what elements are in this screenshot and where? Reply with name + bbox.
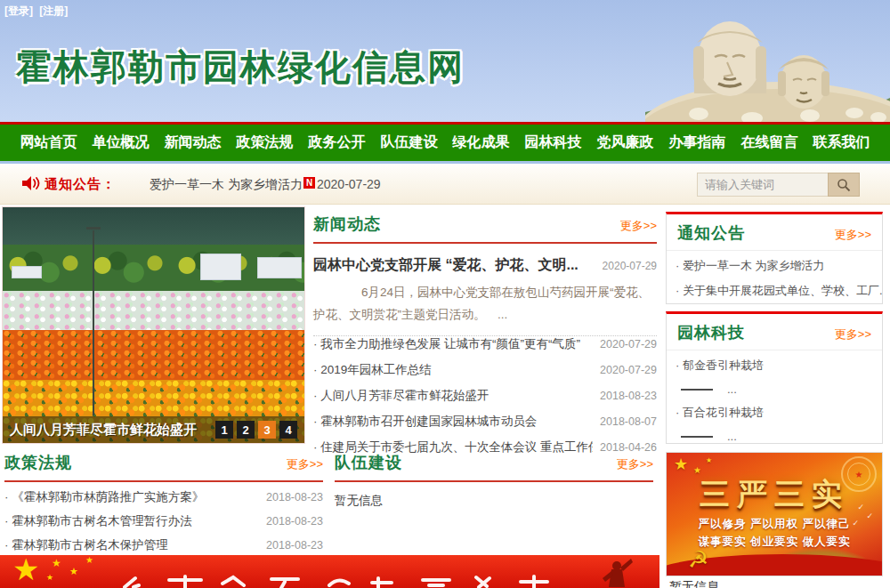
search-button[interactable]	[828, 173, 860, 197]
policy-item-title[interactable]: 《霍林郭勒市林荫路推广实施方案》	[4, 489, 259, 505]
garden-tech-item[interactable]: 郁金香引种栽培	[667, 350, 882, 375]
policy-item-title[interactable]: 霍林郭勒市古树名木管理暂行办法	[4, 513, 259, 529]
featured-news: 园林中心党支部开展 “爱花、护花、文明... 2020-07-29	[313, 256, 657, 275]
nav-item-gov-open[interactable]: 政务公开	[309, 133, 366, 152]
author-dash-line	[681, 389, 713, 391]
carousel-caption-bar: 人间八月芳菲尽霍市鲜花始盛开 1 2 3 4	[3, 416, 304, 443]
account-links: [登录] [注册]	[4, 4, 71, 19]
team-section: 队伍建设 更多>> 暂无信息	[335, 452, 653, 509]
photo-carousel[interactable]: 人间八月芳菲尽霍市鲜花始盛开 1 2 3 4	[2, 206, 305, 444]
login-link[interactable]: [登录]	[4, 4, 33, 17]
policies-section: 政策法规 更多>> 《霍林郭勒市林荫路推广实施方案》 2018-08-23 霍林…	[4, 452, 323, 560]
team-more-link[interactable]: 更多>>	[617, 456, 653, 472]
garden-tech-box: 园林科技 更多>> 郁金香引种栽培 ... 百合花引种栽培 ...	[666, 311, 883, 444]
author-dash-line	[681, 436, 713, 438]
team-section-title: 队伍建设	[335, 452, 402, 473]
garden-tech-item[interactable]: 百合花引种栽培	[667, 398, 882, 423]
team-section-header: 队伍建设 更多>>	[335, 452, 653, 482]
garden-tech-header: 园林科技 更多>>	[667, 314, 882, 350]
featured-news-date: 2020-07-29	[603, 260, 657, 272]
news-item-title[interactable]: 我市全力助推绿色发展 让城市有“颜值”更有“气质”	[313, 336, 593, 352]
small-star-icon: ★	[46, 573, 53, 582]
new-badge-icon: N	[303, 177, 315, 189]
below-banner-empty-message: 暂无信息	[669, 579, 719, 588]
carousel-page-2[interactable]: 2	[237, 421, 255, 439]
nav-item-about[interactable]: 单位概况	[93, 133, 150, 152]
sprinkler-pole-top	[86, 227, 101, 230]
announcements-box: 通知公告 更多>> 爱护一草一木 为家乡增活力 关于集中开展花园式单位、学校、工…	[666, 212, 883, 304]
carousel-hill-band	[3, 207, 304, 245]
nav-item-policy[interactable]: 政策法规	[237, 133, 294, 152]
page: [登录] [注册] 霍林郭勒市园林绿化信息网 网站首页 单位概况 新闻动态 政策…	[0, 0, 890, 588]
news-list-item: 人间八月芳菲尽霍市鲜花始盛开 2018-08-23	[313, 388, 657, 414]
garden-tech-title: 园林科技	[677, 322, 745, 343]
building-shape	[257, 257, 302, 278]
notice-marquee-link[interactable]: 爱护一草一木 为家乡增活力	[150, 177, 303, 193]
register-link[interactable]: [注册]	[39, 4, 68, 17]
big-star-icon: ★	[12, 555, 39, 587]
nav-item-home[interactable]: 网站首页	[20, 133, 77, 152]
announcements-header: 通知公告 更多>>	[667, 214, 882, 251]
notice-label: 通知公告：	[44, 176, 116, 193]
nav-item-garden-tech[interactable]: 园林科技	[525, 133, 582, 152]
news-section-header: 新闻动态 更多>>	[313, 213, 657, 244]
building-shape	[12, 266, 42, 278]
carousel-page-3-active[interactable]: 3	[258, 421, 276, 439]
garden-tech-item-meta: ...	[667, 423, 882, 445]
star-icon: ★	[706, 456, 712, 464]
bottom-propaganda-banner[interactable]: ★ ★ ★ ★ ★	[0, 555, 659, 588]
team-empty-message: 暂无信息	[335, 493, 653, 509]
news-item-title[interactable]: 2019年园林工作总结	[313, 362, 593, 378]
policies-section-header: 政策法规 更多>>	[4, 452, 323, 482]
announcements-title: 通知公告	[677, 222, 745, 244]
speaker-icon	[21, 175, 41, 191]
policy-item-title[interactable]: 霍林郭勒市古树名木保护管理	[4, 537, 259, 553]
carousel-orange-flowers-band	[3, 330, 304, 380]
site-title: 霍林郭勒市园林绿化信息网	[16, 43, 465, 92]
nav-item-team[interactable]: 队伍建设	[381, 133, 438, 152]
news-item-title[interactable]: 人间八月芳菲尽霍市鲜花始盛开	[313, 388, 593, 404]
carousel-page-4[interactable]: 4	[279, 421, 297, 439]
nav-item-guide[interactable]: 办事指南	[669, 133, 726, 152]
policy-item-date: 2018-08-23	[266, 539, 323, 552]
building-shape	[200, 254, 241, 280]
small-star-icon: ★	[69, 566, 78, 577]
news-list-item: 霍林郭勒市召开创建国家园林城市动员会 2018-08-07	[313, 414, 657, 439]
nav-item-message[interactable]: 在线留言	[741, 133, 798, 152]
notice-bar: 通知公告： 爱护一草一木 为家乡增活力 N 2020-07-29	[0, 164, 890, 205]
garden-tech-more-link[interactable]: 更多>>	[835, 326, 871, 342]
announcements-more-link[interactable]: 更多>>	[835, 227, 871, 243]
policy-list-item: 霍林郭勒市古树名木管理暂行办法 2018-08-23	[4, 513, 323, 536]
three-stricts-banner[interactable]: ★ ★ ★ ★ ✓ ✓ ✓ 三严三实 严以修身 严以用权 严以律己 谋事要实 创…	[666, 452, 883, 576]
news-item-date: 2020-07-29	[600, 338, 657, 350]
nav-item-party[interactable]: 党风廉政	[597, 133, 654, 152]
main-content: 人间八月芳菲尽霍市鲜花始盛开 1 2 3 4 新闻动态 更多>> 园林中心党支部…	[0, 205, 890, 588]
carousel-caption-link[interactable]: 人间八月芳菲尽霍市鲜花始盛开	[10, 422, 212, 439]
policy-item-date: 2018-08-23	[266, 491, 323, 503]
news-list-item: 我市全力助推绿色发展 让城市有“颜值”更有“气质” 2020-07-29	[313, 336, 657, 362]
calligraphy-strokes-decoration	[116, 575, 578, 588]
search-icon	[837, 178, 851, 192]
hammer-sickle-emblem-icon: ☭	[688, 546, 708, 574]
garden-tech-item-meta: ...	[667, 375, 882, 398]
announcement-item[interactable]: 关于集中开展花园式单位、学校、工厂...	[667, 276, 882, 301]
policies-more-link[interactable]: 更多>>	[287, 456, 323, 472]
featured-news-title[interactable]: 园林中心党支部开展 “爱花、护花、文明...	[313, 256, 597, 275]
nav-item-greening[interactable]: 绿化成果	[453, 133, 510, 152]
nav-item-contact[interactable]: 联系我们	[813, 133, 870, 152]
news-item-date: 2018-08-23	[600, 390, 657, 402]
small-star-icon: ★	[85, 555, 93, 565]
announcement-item[interactable]: 爱护一草一木 为家乡增活力	[667, 251, 882, 276]
news-section: 新闻动态 更多>> 园林中心党支部开展 “爱花、护花、文明... 2020-07…	[313, 213, 657, 465]
carousel-page-1[interactable]: 1	[215, 421, 233, 439]
policy-list-item: 《霍林郭勒市林荫路推广实施方案》 2018-08-23	[4, 489, 323, 511]
banner-title: 三严三实	[667, 474, 882, 515]
news-more-link[interactable]: 更多>>	[620, 218, 657, 234]
search-input[interactable]	[697, 173, 828, 197]
news-item-date: 2020-07-29	[600, 364, 657, 376]
small-star-icon: ★	[52, 557, 61, 569]
site-header: [登录] [注册] 霍林郭勒市园林绿化信息网	[0, 0, 890, 122]
news-item-title[interactable]: 霍林郭勒市召开创建国家园林城市动员会	[313, 414, 593, 430]
nav-item-news[interactable]: 新闻动态	[165, 133, 222, 152]
featured-news-summary: 6月24日，园林中心党支部在敖包山芍药园开展“爱花、护花、文明赏花”主题党日活动…	[313, 282, 657, 336]
